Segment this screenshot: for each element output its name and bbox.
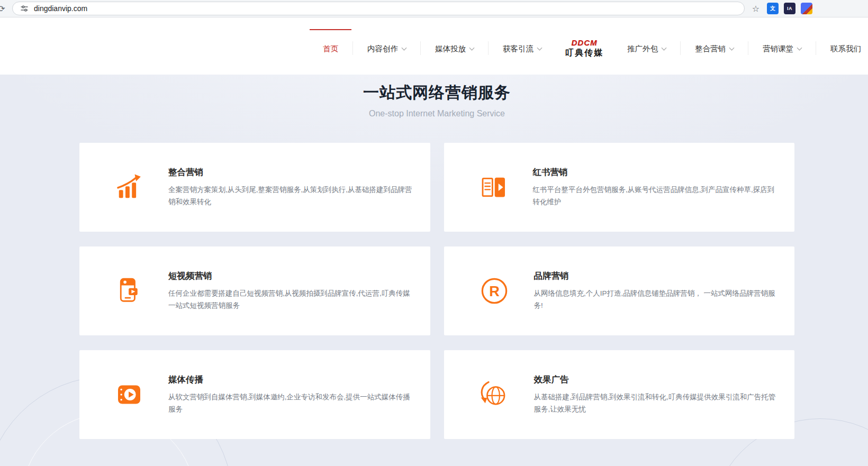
logo-mark: DDCM <box>572 38 598 47</box>
bar-chart-growth-icon <box>114 172 144 202</box>
card-desc: 从软文营销到自媒体营销,到媒体邀约,企业专访和发布会,提供一站式媒体传播服务 <box>168 391 414 415</box>
colorful-extension-icon[interactable] <box>801 3 812 14</box>
nav-item-promotion-outsourcing[interactable]: 推广外包 <box>613 17 680 75</box>
page-title: 一站式网络营销服务 <box>79 82 794 104</box>
nav-item-home[interactable]: 首页 <box>309 17 352 75</box>
bookmark-star-icon[interactable]: ☆ <box>750 4 762 14</box>
card-title: 整合营销 <box>168 167 414 178</box>
service-card-short-video-marketing[interactable]: 短视频营销 任何企业都需要搭建自己短视频营销,从视频拍摄到品牌宣传,代运营,叮典… <box>79 246 430 335</box>
card-desc: 全案营销方案策划,从头到尾,整案营销服务,从策划到执行,从基础搭建到品牌营销和效… <box>168 184 414 208</box>
card-title: 红书营销 <box>533 167 779 178</box>
address-bar[interactable]: dingdianvip.com <box>12 2 745 15</box>
services-grid: 整合营销 全案营销方案策划,从头到尾,整案营销服务,从策划到执行,从基础搭建到品… <box>79 143 794 439</box>
translate-extension-icon[interactable]: 文 <box>767 3 779 14</box>
card-desc: 从网络信息填充,个人IP打造,品牌信息铺垫品牌营销， 一站式网络品牌营销服务! <box>534 288 779 312</box>
card-desc: 从基础搭建,到品牌营销,到效果引流和转化,叮典传媒提供效果引流和广告托管服务,让… <box>534 391 779 415</box>
reload-icon[interactable]: ⟳ <box>0 3 7 14</box>
chevron-down-icon <box>662 45 667 50</box>
chevron-down-icon <box>729 45 735 50</box>
nav-item-contact-us[interactable]: 联系我们 <box>816 17 868 75</box>
media-play-icon <box>114 380 144 409</box>
nav-item-content-creation[interactable]: 内容创作 <box>353 17 420 75</box>
service-card-xiaohongshu-marketing[interactable]: 红书营销 红书平台整平台外包营销服务,从账号代运营品牌信息,到产品宣传种草,探店… <box>444 143 795 232</box>
chevron-down-icon <box>537 45 542 50</box>
nav-label: 媒体投放 <box>435 44 466 54</box>
service-card-integrated-marketing[interactable]: 整合营销 全案营销方案策划,从头到尾,整案营销服务,从策划到执行,从基础搭建到品… <box>79 143 430 232</box>
url-text[interactable]: dingdianvip.com <box>34 4 87 13</box>
svg-text:R: R <box>489 283 500 299</box>
card-desc: 红书平台整平台外包营销服务,从账号代运营品牌信息,到产品宣传种草,探店到转化维护 <box>533 184 779 208</box>
card-title: 短视频营销 <box>168 270 414 282</box>
main-nav: 首页 内容创作 媒体投放 获客引流 DDCM 叮典传媒 推广外包 整合营销 <box>0 17 868 75</box>
ia-extension-icon[interactable]: IA <box>784 3 795 14</box>
service-card-media-communication[interactable]: 媒体传播 从软文营销到自媒体营销,到媒体邀约,企业专访和发布会,提供一站式媒体传… <box>79 350 430 439</box>
nav-item-lead-generation[interactable]: 获客引流 <box>489 17 556 75</box>
nav-item-marketing-classroom[interactable]: 营销课堂 <box>748 17 816 75</box>
card-title: 品牌营销 <box>534 270 779 282</box>
card-title: 媒体传播 <box>168 374 414 386</box>
nav-label: 首页 <box>323 44 338 54</box>
nav-label: 推广外包 <box>627 44 658 54</box>
card-desc: 任何企业都需要搭建自己短视频营销,从视频拍摄到品牌宣传,代运营,叮典传媒一站式短… <box>168 288 414 312</box>
globe-ad-icon <box>479 379 510 410</box>
nav-item-integrated-marketing[interactable]: 整合营销 <box>681 17 748 75</box>
phone-video-icon <box>114 276 144 306</box>
browser-toolbar: ⟳ dingdianvip.com ☆ 文 IA <box>0 0 868 17</box>
chevron-down-icon <box>797 45 802 50</box>
nav-item-media-placement[interactable]: 媒体投放 <box>421 17 488 75</box>
site-logo[interactable]: DDCM 叮典传媒 <box>556 17 613 75</box>
site-settings-icon[interactable] <box>20 4 29 13</box>
main-content: 一站式网络营销服务 One-stop Internet Marketing Se… <box>0 75 868 466</box>
service-card-performance-ads[interactable]: 效果广告 从基础搭建,到品牌营销,到效果引流和转化,叮典传媒提供效果引流和广告托… <box>444 350 795 439</box>
nav-label: 整合营销 <box>695 44 726 54</box>
book-video-icon <box>479 172 509 202</box>
logo-text: 叮典传媒 <box>565 48 603 59</box>
nav-label: 获客引流 <box>503 44 534 54</box>
service-card-brand-marketing[interactable]: R 品牌营销 从网络信息填充,个人IP打造,品牌信息铺垫品牌营销， 一站式网络品… <box>444 246 795 335</box>
card-title: 效果广告 <box>534 374 779 386</box>
nav-label: 联系我们 <box>830 44 861 54</box>
page-subtitle: One-stop Internet Marketing Service <box>79 109 794 118</box>
hero-section: 一站式网络营销服务 One-stop Internet Marketing Se… <box>79 82 794 118</box>
nav-label: 内容创作 <box>367 44 398 54</box>
nav-label: 营销课堂 <box>763 44 793 54</box>
chevron-down-icon <box>469 45 475 50</box>
chevron-down-icon <box>402 45 407 50</box>
registered-trademark-icon: R <box>479 276 510 306</box>
